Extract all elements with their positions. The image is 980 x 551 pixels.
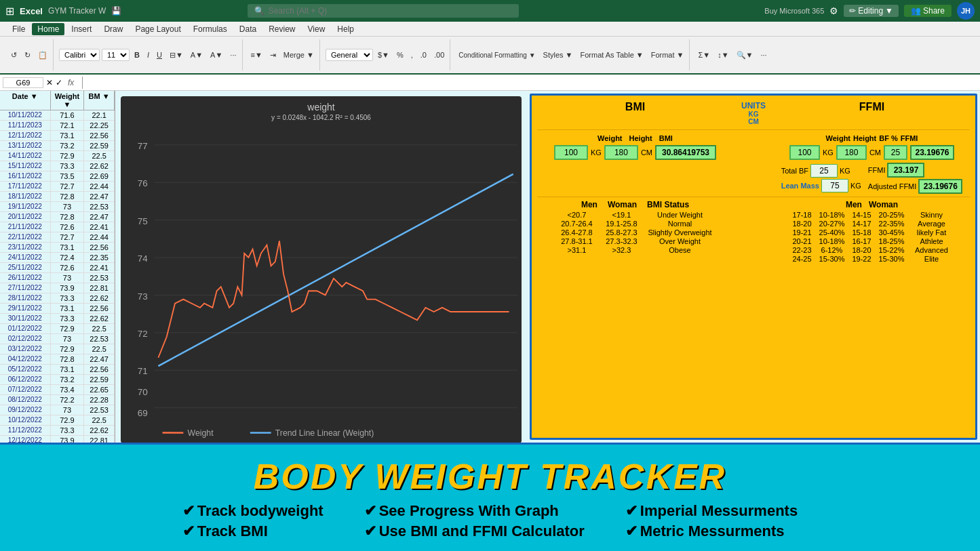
ffmi-weight-input[interactable] [789,145,820,160]
table-row[interactable]: 01/12/2022 72.9 22.5 [0,324,115,334]
decimal-decrease[interactable]: .00 [431,49,447,60]
ffmi-bf-input[interactable] [884,145,907,160]
close-icon[interactable]: ✕ [46,78,53,87]
table-row[interactable]: 20/11/2022 72.8 22.47 [0,212,115,222]
sort-button[interactable]: ↕▼ [715,49,731,60]
more-tools-button[interactable]: ··· [758,49,769,60]
italic-button[interactable]: I [144,49,152,60]
table-row[interactable]: 12/12/2022 73.9 22.81 [0,436,115,443]
bold-button[interactable]: B [132,49,142,60]
menu-file[interactable]: File [7,23,31,35]
autosave-icon: 💾 [111,6,121,16]
table-row[interactable]: 11/11/2023 72.1 22.25 [0,121,115,131]
weight-column-header[interactable]: Weight ▼ [51,91,85,110]
check-icon-2: ✔ [182,523,195,540]
fill-color-button[interactable]: A▼ [188,49,205,60]
calc-table-rows: <20.7 <19.1 Under Weight 17-18 10-18% 14… [537,211,970,263]
table-row[interactable]: 23/11/2022 73.1 22.56 [0,243,115,253]
table-row[interactable]: 12/11/2022 73.1 22.56 [0,131,115,141]
table-row[interactable]: 18/11/2022 72.8 22.47 [0,192,115,202]
font-color-button[interactable]: A▼ [208,49,225,60]
table-row[interactable]: 17/11/2022 72.7 22.44 [0,182,115,192]
table-row[interactable]: 08/12/2022 72.2 22.28 [0,395,115,405]
ffmi-height-input[interactable] [836,145,867,160]
menu-home[interactable]: Home [32,23,64,35]
table-row[interactable]: 24/11/2022 72.4 22.35 [0,253,115,263]
underline-button[interactable]: U [154,49,165,60]
table-row[interactable]: 29/11/2022 73.1 22.56 [0,304,115,314]
align-button[interactable]: ≡▼ [248,49,265,60]
table-row[interactable]: 07/12/2022 73.4 22.65 [0,385,115,395]
table-row[interactable]: 19/11/2022 73 22.53 [0,202,115,212]
table-row[interactable]: 14/11/2022 72.9 22.5 [0,151,115,161]
table-row[interactable]: 11/12/2022 73.3 22.62 [0,426,115,436]
font-family-select[interactable]: Calibri [59,49,100,61]
format-as-table-button[interactable]: Format As Table ▼ [577,49,646,60]
table-row[interactable]: 03/12/2022 72.9 22.5 [0,344,115,354]
table-row[interactable]: 04/12/2022 72.8 22.47 [0,354,115,365]
search-input[interactable] [269,6,512,16]
find-button[interactable]: 🔍▼ [734,49,756,61]
buy-microsoft[interactable]: Buy Microsoft 365 [764,7,824,15]
share-button[interactable]: 👥 Share [904,5,952,17]
table-row[interactable]: 13/11/2022 73.2 22.59 [0,141,115,151]
table-row[interactable]: 06/12/2022 73.2 22.59 [0,375,115,385]
menu-review[interactable]: Review [263,23,300,35]
list-item: >31.1 >32.3 Obese 22-23 6-12% 18-20 15-2… [537,246,970,254]
feature-metric: ✔ Metric Messurments [625,523,798,540]
menu-insert[interactable]: Insert [66,23,97,35]
menu-view[interactable]: View [302,23,331,35]
table-row[interactable]: 09/12/2022 73 22.53 [0,405,115,415]
table-row[interactable]: 15/11/2022 73.3 22.62 [0,161,115,171]
currency-button[interactable]: $▼ [375,49,392,60]
table-row[interactable]: 30/11/2022 73.3 22.62 [0,314,115,324]
settings-icon[interactable]: ⚙ [829,5,838,16]
cell-reference[interactable] [3,77,43,88]
menu-draw[interactable]: Draw [98,23,128,35]
decimal-increase[interactable]: .0 [418,49,429,60]
conditional-formatting-button[interactable]: Conditional Formatting ▼ [456,50,538,60]
clipboard-button[interactable]: 📋 [35,49,50,61]
search-bar[interactable]: 🔍 [248,4,519,18]
table-row[interactable]: 16/11/2022 73.5 22.69 [0,171,115,182]
date-column-header[interactable]: Date ▼ [0,91,51,110]
font-size-select[interactable]: 11 [102,49,130,61]
ffmi-height-unit: CM [869,148,881,157]
number-format-select[interactable]: General [326,49,373,61]
table-row[interactable]: 10/12/2022 72.9 22.5 [0,415,115,426]
percent-button[interactable]: % [394,49,406,60]
table-row[interactable]: 21/11/2022 72.6 22.41 [0,222,115,232]
menu-page-layout[interactable]: Page Layout [130,23,186,35]
sum-button[interactable]: Σ▼ [695,49,713,60]
table-row[interactable]: 02/12/2022 73 22.53 [0,334,115,344]
formula-input[interactable] [88,78,977,87]
borders-button[interactable]: ⊟▼ [167,49,186,61]
bmi-height-input[interactable] [604,145,638,160]
grid-icon[interactable]: ⊞ [5,5,14,18]
check-icon[interactable]: ✓ [56,78,62,87]
more-button[interactable]: ··· [227,49,239,60]
undo-button[interactable]: ↺ [8,49,20,61]
table-row[interactable]: 05/12/2022 73.1 22.56 [0,365,115,375]
ffmi-category: Elite [909,255,954,263]
editing-button[interactable]: ✏ Editing ▼ [844,5,899,17]
table-row[interactable]: 22/11/2022 72.7 22.44 [0,232,115,243]
indent-button[interactable]: ⇥ [267,49,279,61]
date-cell: 06/12/2022 [0,375,51,384]
table-row[interactable]: 27/11/2022 73.9 22.81 [0,283,115,293]
merge-button[interactable]: Merge ▼ [281,49,317,60]
bmi-status: Over Weight [646,237,714,245]
comma-button[interactable]: , [408,49,416,60]
menu-data[interactable]: Data [234,23,262,35]
menu-formulas[interactable]: Formulas [188,23,233,35]
table-row[interactable]: 26/11/2022 73 22.53 [0,273,115,283]
table-row[interactable]: 10/11/2022 71.6 22.1 [0,110,115,121]
redo-button[interactable]: ↻ [22,49,33,61]
bmi-column-header[interactable]: BM ▼ [84,91,115,110]
table-row[interactable]: 25/11/2022 72.6 22.41 [0,263,115,273]
menu-help[interactable]: Help [332,23,359,35]
table-row[interactable]: 28/11/2022 73.3 22.62 [0,293,115,304]
styles-button[interactable]: Styles ▼ [541,49,576,60]
format-button[interactable]: Format ▼ [648,49,687,60]
bmi-weight-input[interactable] [554,145,588,160]
